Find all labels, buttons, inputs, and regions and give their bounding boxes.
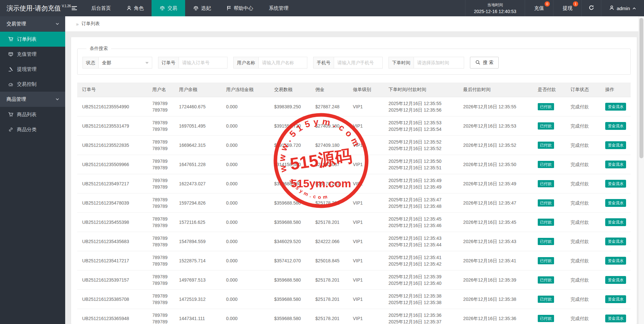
column-header: 操作 (600, 83, 631, 97)
sidebar-item[interactable]: 商品分类 (0, 122, 65, 137)
cell-level: VIP1 (348, 290, 384, 309)
cell-username: 789789789789 (147, 270, 174, 290)
sidebar: 交易管理 订单列表 充值管理 提现管理 交易控制 商品管理 商品列表 商品分类 (0, 16, 65, 324)
sidebar-item[interactable]: 交易控制 (0, 77, 65, 92)
cell-balance: 1724460.675 (174, 97, 221, 116)
column-header: 用户名 (147, 83, 174, 97)
cell-amount: $357412.070 (269, 251, 310, 270)
cell-level: VIP1 (348, 309, 384, 324)
fund-flow-button[interactable]: 资金流水 (605, 218, 626, 226)
cell-order-status: 完成付款 (566, 155, 600, 174)
paid-status-badge: 已付款 (538, 219, 554, 226)
cell-order-pay-time: 2025年12月16日 12:35:522025年12月16日 12:35:52 (384, 136, 458, 155)
cell-order-no: UB2512161235417217 (77, 251, 147, 270)
local-time-label: 当地时间 (487, 2, 503, 8)
table-row: UB2512161235554990 789789789789 1724460.… (77, 97, 631, 116)
sidebar-item-label: 订单列表 (17, 36, 37, 42)
cell-order-pay-time: 2025年12月16日 12:35:362025年12月16日 12:35:37 (384, 309, 458, 324)
hamburger-menu-icon[interactable] (65, 0, 83, 16)
fund-flow-button[interactable]: 资金流水 (605, 180, 626, 188)
cell-commission: $25018.845 (311, 251, 348, 270)
scrollbar-thumb[interactable] (639, 18, 643, 158)
cell-paid: 已付款 (533, 213, 566, 232)
main-area: » 订单列表 条件搜索 状态 全部 订单号 (65, 16, 644, 324)
nav-item-label: 选妃 (201, 5, 211, 11)
username-input[interactable] (258, 57, 307, 69)
cell-order-status: 完成付款 (566, 309, 600, 324)
paid-status-badge: 已付款 (538, 103, 554, 110)
status-select[interactable]: 全部 (98, 57, 152, 69)
search-button-label: 搜 索 (483, 60, 493, 66)
fund-flow-button[interactable]: 资金流水 (605, 141, 626, 149)
cell-action: 资金流水 (600, 290, 631, 309)
cell-level: VIP1 (348, 193, 384, 213)
order-no-input[interactable] (179, 57, 227, 69)
phone-input[interactable] (334, 57, 383, 69)
user-name: admin (617, 6, 630, 11)
cell-order-status: 完成付款 (566, 270, 600, 290)
cell-balance: 1447341.111 (174, 309, 221, 324)
nav-item-system[interactable]: 系统管理 (261, 0, 296, 16)
paid-status-badge: 已付款 (538, 315, 554, 322)
sidebar-group-header[interactable]: 商品管理 (0, 92, 65, 107)
cell-order-status: 完成付款 (566, 97, 600, 116)
sidebar-item[interactable]: 商品列表 (0, 107, 65, 122)
sidebar-item[interactable]: 订单列表 (0, 32, 65, 47)
column-header: 交易数额 (269, 83, 310, 97)
cell-level: VIP1 (348, 116, 384, 136)
cell-action: 资金流水 (600, 213, 631, 232)
cell-level: VIP1 (348, 251, 384, 270)
nav-item-help[interactable]: 帮助中心 (219, 0, 261, 16)
cell-frozen: 0.000 (221, 232, 270, 251)
cell-username: 789789789789 (147, 136, 174, 155)
cell-last-pay-time: 2026年12月16日 12:35:45 (458, 213, 533, 232)
sidebar-group-header[interactable]: 交易管理 (0, 16, 65, 32)
gavel-icon (8, 67, 14, 72)
chevron-down-icon (55, 97, 59, 102)
paid-status-badge: 已付款 (538, 257, 554, 264)
sidebar-item[interactable]: 提现管理 (0, 62, 65, 77)
table-header-row: 订单号用户名用户余额用户冻结金额交易数额佣金做单级别下单时间/付款时间最后付款时… (77, 83, 631, 97)
table-row: UB2512161235497217 789789789789 1622473.… (77, 174, 631, 193)
page-title: 订单列表 (81, 21, 100, 27)
sidebar-item-label: 充值管理 (17, 51, 37, 57)
cell-commission: $27409.180 (311, 136, 348, 155)
username-field: 用户名称 (233, 57, 307, 69)
fund-flow-button[interactable]: 资金流水 (605, 315, 626, 322)
search-button[interactable]: 搜 索 (470, 57, 499, 69)
cell-order-status: 完成付款 (566, 116, 600, 136)
cell-username: 789789789789 (147, 290, 174, 309)
cell-balance: 1669642.315 (174, 136, 221, 155)
withdraw-nav-button[interactable]: 提现 1 (553, 0, 582, 16)
scales-icon (159, 6, 165, 11)
nav-item-role[interactable]: 角色 (119, 0, 152, 16)
nav-item-xuanfei[interactable]: 选妃 (185, 0, 219, 16)
cell-commission: $25178.201 (311, 193, 348, 213)
chevron-down-icon (55, 21, 59, 27)
nav-item-trade[interactable]: 交易 (152, 0, 185, 16)
cell-amount: $359688.580 (269, 309, 310, 324)
sidebar-group-label: 交易管理 (7, 21, 26, 27)
sidebar-item[interactable]: 充值管理 (0, 47, 65, 62)
vertical-scrollbar[interactable] (638, 16, 644, 324)
fund-flow-button[interactable]: 资金流水 (605, 103, 626, 111)
recharge-nav-button[interactable]: 充值 0 (525, 0, 553, 16)
fund-flow-button[interactable]: 资金流水 (605, 257, 626, 265)
cell-action: 资金流水 (600, 116, 631, 136)
fund-flow-button[interactable]: 资金流水 (605, 199, 626, 207)
fund-flow-button[interactable]: 资金流水 (605, 122, 626, 130)
cell-amount: $391559.720 (269, 116, 310, 136)
paid-status-badge: 已付款 (538, 238, 554, 245)
fund-flow-button[interactable]: 资金流水 (605, 295, 626, 303)
nav-item-home[interactable]: 后台首页 (83, 0, 119, 16)
order-time-input[interactable] (414, 57, 464, 69)
recharge-count-badge: 0 (545, 1, 550, 7)
user-menu[interactable]: admin (601, 0, 644, 16)
refresh-button[interactable] (582, 0, 601, 16)
phone-label: 手机号 (313, 57, 334, 69)
fund-flow-button[interactable]: 资金流水 (605, 276, 626, 284)
fund-flow-button[interactable]: 资金流水 (605, 161, 626, 168)
order-no-label: 订单号 (158, 57, 179, 69)
fund-flow-button[interactable]: 资金流水 (605, 238, 626, 245)
cell-order-pay-time: 2025年12月16日 12:35:382025年12月16日 12:35:38 (384, 290, 458, 309)
